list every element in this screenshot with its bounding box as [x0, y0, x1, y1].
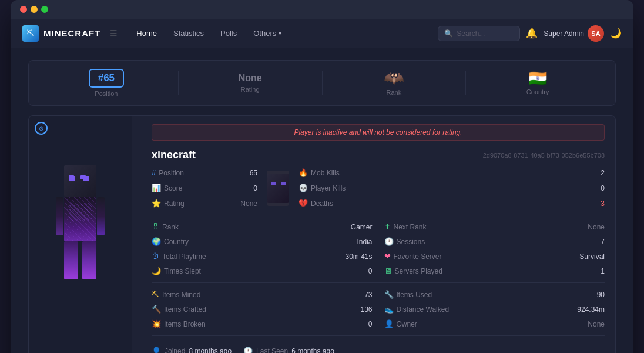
joined-value: 8 months ago	[189, 347, 232, 354]
player-face	[267, 171, 289, 206]
items-broken-row: 💥 Items Broken 0	[152, 318, 373, 329]
notification-icon[interactable]: 🔔	[526, 28, 538, 39]
position-label: Position	[95, 90, 118, 97]
next-rank-value: None	[588, 223, 605, 231]
servers-played-icon: 🖥	[384, 267, 392, 275]
hamburger-icon[interactable]: ☰	[110, 29, 118, 38]
owner-icon: 👤	[384, 319, 394, 328]
player-kills-row: 💀 Player Kills 0	[298, 182, 605, 194]
rank-detail-value: Gamer	[351, 223, 373, 231]
nav-statistics[interactable]: Statistics	[166, 25, 211, 41]
economy-section: ⛏ Items Mined 73 🔧 Items Used 90	[152, 289, 605, 329]
chevron-down-icon: ▾	[279, 30, 281, 36]
player-name-row: xinecraft 2d9070a8-8731-40a5-bf73-052b6e…	[152, 149, 605, 161]
distance-walked-value: 924.34m	[577, 305, 605, 314]
close-button[interactable]	[20, 6, 27, 13]
last-seen-value: 6 months ago	[291, 347, 334, 354]
player-uuid: 2d9070a8-8731-40a5-bf73-052b6e55b708	[483, 152, 605, 159]
items-broken-value: 0	[368, 320, 373, 328]
rating-row: ⭐ Rating None	[152, 198, 257, 209]
items-crafted-icon: 🔨	[152, 305, 161, 314]
position-value: #65	[89, 69, 124, 88]
stats-header: #65 Position None Rating 🦇 Rank 🇮🇳 Count…	[28, 60, 616, 106]
player-section: ⊙	[28, 115, 616, 353]
servers-played-row: 🖥 Servers Played 1	[384, 265, 605, 277]
minimize-button[interactable]	[31, 6, 38, 13]
dark-mode-icon[interactable]: 🌙	[610, 28, 622, 39]
inactive-banner: Player is inactive and will not be consi…	[152, 124, 605, 141]
country-card: 🇮🇳 Country	[478, 71, 598, 95]
country-detail-icon: 🌍	[152, 237, 161, 246]
deaths-icon: 💔	[298, 199, 308, 208]
rank-label: Rank	[387, 89, 402, 96]
items-used-value: 90	[597, 291, 605, 299]
details-section: 🎖 Rank Gamer ⬆ Next Rank None	[152, 221, 605, 277]
nav-home[interactable]: Home	[129, 25, 164, 41]
nav-polls[interactable]: Polls	[213, 25, 244, 41]
owner-row: 👤 Owner None	[384, 318, 605, 329]
main-stats-grid: # Position 65 📊 Score 0	[152, 167, 605, 209]
items-used-row: 🔧 Items Used 90	[384, 289, 605, 300]
distance-walked-row: 👟 Distance Walked 924.34m	[384, 304, 605, 315]
divider-1	[178, 71, 179, 95]
distance-walked-icon: 👟	[384, 305, 394, 314]
player-model	[42, 134, 119, 310]
player-model-panel: ⊙	[29, 116, 132, 353]
maximize-button[interactable]	[41, 6, 48, 13]
times-slept-row: 🌙 Times Slept 0	[152, 265, 373, 277]
mob-kills-value: 2	[601, 169, 605, 177]
navbar: ⛏ MINECRAFT ☰ Home Statistics Polls Othe…	[11, 19, 633, 48]
player-info-panel: Player is inactive and will not be consi…	[141, 116, 615, 353]
position-row: # Position 65	[152, 167, 257, 178]
divider-timeline	[152, 335, 605, 336]
joined-icon: 👤	[152, 347, 161, 353]
right-stats: 🔥 Mob Kills 2 💀 Player Kills 0	[298, 167, 605, 209]
nav-logo[interactable]: ⛏ MINECRAFT	[22, 25, 100, 42]
rating-card: None Rating	[190, 73, 310, 93]
items-broken-icon: 💥	[152, 319, 161, 328]
items-used-icon: 🔧	[384, 290, 394, 299]
items-mined-value: 73	[364, 291, 372, 299]
search-box[interactable]: 🔍 Search...	[438, 26, 520, 41]
nav-others[interactable]: Others ▾	[246, 25, 289, 41]
favorite-server-value: Survival	[579, 252, 605, 261]
mob-kills-row: 🔥 Mob Kills 2	[298, 167, 605, 178]
deaths-value: 3	[601, 199, 605, 208]
player-kills-value: 0	[601, 184, 605, 192]
divider-main	[152, 215, 605, 215]
favorite-server-icon: ❤	[384, 252, 391, 261]
divider-3	[465, 71, 466, 95]
search-icon: 🔍	[444, 29, 453, 38]
traffic-lights	[20, 6, 48, 13]
rating-stat-value: None	[240, 199, 257, 208]
items-crafted-value: 136	[360, 305, 372, 314]
last-seen-item: 🕐 Last Seen 6 months ago	[243, 347, 334, 353]
nav-user[interactable]: Super Admin SA	[544, 25, 604, 42]
joined-item: 👤 Joined 8 months ago	[152, 347, 232, 353]
playtime-value: 30m 41s	[345, 252, 372, 261]
items-mined-icon: ⛏	[152, 290, 159, 299]
score-row: 📊 Score 0	[152, 182, 257, 194]
favorite-server-row: ❤ Favorite Server Survival	[384, 251, 605, 262]
mac-window: ⛏ MINECRAFT ☰ Home Statistics Polls Othe…	[11, 0, 633, 353]
divider-economy	[152, 282, 605, 283]
servers-played-value: 1	[601, 267, 605, 275]
score-icon: 📊	[152, 184, 161, 192]
playtime-icon: ⏱	[152, 252, 159, 261]
player-name: xinecraft	[152, 149, 196, 161]
rank-card: 🦇 Rank	[334, 70, 454, 96]
title-bar	[11, 0, 633, 19]
settings-icon[interactable]: ⊙	[35, 122, 48, 135]
times-slept-icon: 🌙	[152, 267, 161, 275]
rating-label: Rating	[241, 86, 260, 93]
timeline-section: 👤 Joined 8 months ago 🕐 Last Seen 6 mont…	[152, 342, 605, 353]
country-detail-value: India	[357, 238, 372, 246]
playtime-row: ⏱ Total Playtime 30m 41s	[152, 251, 373, 262]
next-rank-icon: ⬆	[384, 222, 391, 231]
character-head	[64, 165, 96, 197]
position-icon: #	[152, 168, 156, 177]
items-mined-row: ⛏ Items Mined 73	[152, 289, 373, 300]
nav-links: Home Statistics Polls Others ▾	[129, 25, 438, 41]
sessions-icon: 🕐	[384, 237, 394, 246]
deaths-row: 💔 Deaths 3	[298, 198, 605, 209]
